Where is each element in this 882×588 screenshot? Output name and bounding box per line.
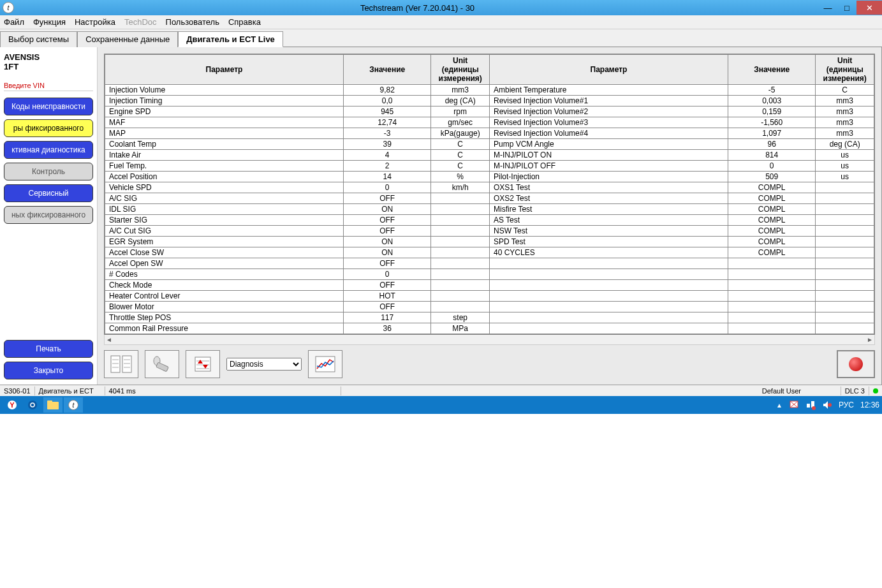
col-parameter-2[interactable]: Параметр [489,55,728,85]
tray-volume-icon[interactable] [822,400,832,410]
table-row[interactable]: IDL SIGONMisfire TestCOMPL [105,204,874,215]
param-cell: NSW Test [489,226,728,237]
vin-prompt[interactable]: Введите VIN [4,82,93,91]
param-cell [489,258,728,269]
unit-cell [816,237,874,247]
col-value[interactable]: Значение [344,55,431,85]
col-value-2[interactable]: Значение [728,55,815,85]
value-cell: -3 [344,128,431,139]
close-tab-button[interactable]: Закрыто [4,362,93,379]
graph-button[interactable] [308,350,342,378]
tab-stored-data[interactable]: Сохраненные данные [77,31,178,47]
param-cell: Revised Injection Volume#1 [489,96,728,107]
scroll-right-icon[interactable]: ► [867,336,873,343]
taskbar-explorer[interactable] [43,397,62,413]
unit-cell: mm3 [816,128,874,139]
tab-engine-ect-live[interactable]: Двигатель и ECT Live [178,31,283,47]
table-row[interactable]: MAP-3kPa(gauge)Revised Injection Volume#… [105,128,874,139]
tray-flag-icon[interactable] [789,400,799,410]
unit-cell: % [431,172,490,182]
table-row[interactable]: Intake Air4CM-INJ/PILOT ON814us [105,150,874,161]
tray-clock[interactable]: 12:36 [860,401,879,409]
maximize-button[interactable]: □ [837,1,856,15]
main-panel: Параметр Значение Unit (единицы измерени… [98,47,881,385]
table-row[interactable]: Throttle Step POS117step [105,312,874,323]
table-row[interactable]: Fuel Temp.2CM-INJ/PILOT OFF0us [105,161,874,172]
record-button[interactable] [837,350,875,378]
unit-cell: C [431,161,490,172]
tray-network-icon[interactable] [805,400,816,410]
table-row[interactable]: Injection Volume9,82mm3Ambient Temperatu… [105,85,874,96]
col-unit-2[interactable]: Unit (единицы измерения) [816,55,874,85]
list-view-icon [110,355,133,374]
param-cell: OXS2 Test [489,193,728,204]
table-row[interactable]: A/C SIGOFFOXS2 TestCOMPL [105,193,874,204]
col-parameter[interactable]: Параметр [105,55,344,85]
sort-button[interactable] [186,350,220,378]
value-cell: -5 [728,85,815,96]
control-button[interactable]: Контроль [4,163,93,180]
value-cell: 814 [728,150,815,161]
service-button[interactable]: Сервисный [4,184,93,202]
param-cell: MAF [105,117,344,128]
flashlight-button[interactable] [145,350,179,378]
unit-cell [816,302,874,312]
taskbar-techstream[interactable]: t [64,397,83,413]
param-cell: Common Rail Pressure [105,323,344,334]
table-row[interactable]: A/C Cut SIGOFFNSW TestCOMPL [105,226,874,237]
freeze-frame-button[interactable]: ры фиксированного [4,119,93,137]
table-row[interactable]: Coolant Temp39CPump VCM Angle96deg (CA) [105,139,874,150]
table-row[interactable]: Accel Open SWOFF [105,258,874,269]
menu-techdoc[interactable]: TechDoc [124,17,157,27]
table-row[interactable]: Blower MotorOFF [105,302,874,312]
value-cell: COMPL [728,182,815,193]
table-row[interactable]: Injection Timing0,0deg (CA)Revised Injec… [105,96,874,107]
table-row[interactable]: Check ModeOFF [105,280,874,291]
freeze-data-button[interactable]: ных фиксированного [4,206,93,224]
svg-rect-9 [156,362,169,372]
param-cell [489,312,728,323]
active-diagnostic-button[interactable]: ктивная диагностика [4,141,93,159]
param-cell: Accel Position [105,172,344,182]
live-data-table: Параметр Значение Unit (единицы измерени… [105,54,874,334]
param-cell: Check Mode [105,280,344,291]
tab-system-select[interactable]: Выбор системы [0,31,77,47]
unit-cell: kPa(gauge) [431,128,490,139]
scroll-left-icon[interactable]: ◄ [106,336,112,343]
param-cell: MAP [105,128,344,139]
value-cell: 0 [344,269,431,280]
taskbar-app1[interactable] [23,397,42,413]
param-cell: EGR System [105,237,344,247]
horizontal-scrollbar[interactable]: ◄ ► [104,335,875,345]
close-button[interactable]: ✕ [856,1,882,15]
col-unit[interactable]: Unit (единицы измерения) [431,55,490,85]
menu-file[interactable]: Файл [4,17,24,27]
table-row[interactable]: Engine SPD945rpmRevised Injection Volume… [105,107,874,117]
value-cell: 14 [344,172,431,182]
taskbar-yandex[interactable]: Y [3,397,22,413]
unit-cell [431,226,490,237]
value-cell: ON [344,204,431,215]
menu-help[interactable]: Справка [228,17,261,27]
table-row[interactable]: Starter SIGOFFAS TestCOMPL [105,215,874,226]
table-row[interactable]: Accel Close SWON40 CYCLESCOMPL [105,247,874,258]
table-row[interactable]: # Codes0 [105,269,874,280]
unit-cell [431,269,490,280]
mode-select[interactable]: Diagnosis [226,358,302,371]
tray-language[interactable]: РУС [839,401,854,409]
menu-user[interactable]: Пользователь [166,17,219,27]
table-row[interactable]: MAF12,74gm/secRevised Injection Volume#3… [105,117,874,128]
minimize-button[interactable]: — [818,1,837,15]
table-row[interactable]: Accel Position14%Pilot-Injection509us [105,172,874,182]
table-row[interactable]: Vehicle SPD0km/hOXS1 TestCOMPL [105,182,874,193]
status-dlc: DLC 3 [841,386,869,395]
dtc-codes-button[interactable]: Коды неисправности [4,98,93,115]
table-row[interactable]: Heater Control LeverHOT [105,291,874,302]
menu-setup[interactable]: Настройка [75,17,115,27]
print-button[interactable]: Печать [4,340,93,358]
table-row[interactable]: Common Rail Pressure36MPa [105,323,874,334]
table-row[interactable]: EGR SystemONSPD TestCOMPL [105,237,874,247]
tray-chevron-icon[interactable]: ▲ [776,402,783,409]
menu-function[interactable]: Функция [33,17,66,27]
list-view-button[interactable] [104,350,138,378]
